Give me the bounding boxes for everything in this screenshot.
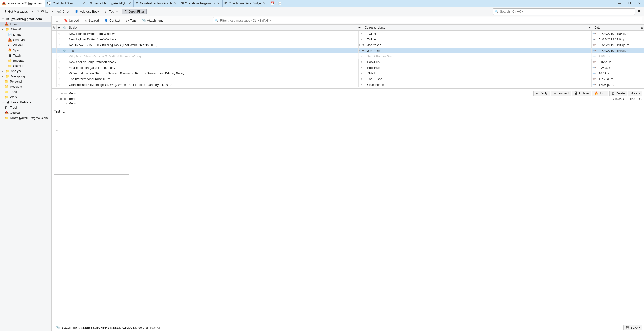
get-messages-button[interactable]: ⬇ Get Messages	[2, 9, 30, 15]
folder-local-trash[interactable]: 🗑 Trash	[0, 105, 51, 110]
col-subject[interactable]: Subject	[67, 25, 356, 31]
tab-deal[interactable]: ✉ New deal on Terry Pratch ✕	[134, 0, 179, 7]
star-icon[interactable]: ☆	[58, 77, 61, 81]
folder-travel[interactable]: 📁 Travel	[0, 89, 51, 94]
col-indicator[interactable]: 👁	[356, 25, 363, 31]
folder-personal[interactable]: 📁 Personal	[0, 79, 51, 84]
star-icon[interactable]: ☆	[58, 72, 61, 75]
close-icon[interactable]: ✕	[217, 2, 220, 5]
message-row[interactable]: ☆New login to Twitter from WindowsTwitte…	[52, 31, 644, 37]
message-row[interactable]: ☆New login to Twitter from WindowsTwitte…	[52, 37, 644, 42]
star-icon[interactable]: ☆	[58, 49, 61, 53]
attachment-name[interactable]: 8BEE833CEC7E44248BBDD7136DCE7A99.png	[81, 326, 148, 329]
col-picker[interactable]: ▦	[640, 25, 644, 31]
search-input[interactable]	[500, 10, 633, 13]
close-icon[interactable]: ✕	[262, 2, 266, 5]
close-icon[interactable]: ✕	[82, 2, 86, 5]
col-read[interactable]: ●	[587, 25, 592, 31]
tab-chat[interactable]: 💬 Chat - NickSom ✕	[45, 0, 88, 7]
folder-outbox[interactable]: 📤 Outbox	[0, 110, 51, 115]
star-icon[interactable]: ☆	[58, 43, 61, 47]
star-icon[interactable]: ☆	[58, 60, 61, 64]
star-icon[interactable]: ☆	[58, 55, 61, 58]
folder-receipts[interactable]: 📁 Receipts	[0, 84, 51, 89]
chevron-right-icon[interactable]: ▸	[1, 70, 4, 72]
message-row[interactable]: ☆Why Most Advice On How To Write A Scare…	[52, 54, 644, 59]
folder-important[interactable]: 📁 Important	[0, 58, 51, 63]
junk-button[interactable]: 🔥Junk	[592, 91, 608, 96]
qf-tags-button[interactable]: 🏷Tags	[123, 18, 139, 23]
message-row[interactable]: ☆New deal on Terry Pratchett ebookBookBu…	[52, 59, 644, 65]
folder-inbox[interactable]: 📥 Inbox	[0, 22, 51, 27]
dropdown-icon[interactable]: ▾	[31, 10, 34, 13]
local-folders-node[interactable]: ▾ 🖥 Local Folders	[0, 100, 51, 105]
star-icon[interactable]: ☆	[74, 92, 76, 95]
dropdown-icon[interactable]: ▾	[51, 10, 54, 13]
more-button[interactable]: More▾	[628, 91, 642, 96]
star-icon[interactable]: ☆	[74, 101, 76, 105]
folder-gmail[interactable]: ▾ 📁 [Gmail]	[0, 27, 51, 32]
global-search[interactable]: 🔍	[493, 8, 635, 15]
archive-button[interactable]: 🗄Archive	[572, 91, 591, 96]
calendar-icon[interactable]: 📅	[270, 1, 276, 6]
qf-contact-button[interactable]: 👤Contact	[102, 18, 122, 23]
chevron-down-icon[interactable]: ▾	[1, 28, 4, 31]
message-row[interactable]: ☆📎Test➡Joe Yaker👓01/23/2019 11:48 p. m.	[52, 48, 644, 54]
star-icon[interactable]: ☆	[58, 83, 61, 87]
star-icon[interactable]: ☆	[58, 66, 61, 70]
star-icon[interactable]: ☆	[58, 32, 61, 36]
reply-button[interactable]: ↩Reply	[534, 91, 550, 96]
folder-all-mail[interactable]: 🗃 All Mail	[0, 42, 51, 48]
folder-local-drafts[interactable]: 📁 Drafts-jyaker24@gmail.com	[0, 115, 51, 120]
col-correspondents[interactable]: Correspondents	[363, 25, 587, 31]
chevron-down-icon[interactable]: ▾	[2, 18, 4, 20]
forward-button[interactable]: →Forward	[551, 91, 571, 96]
tab-ebook[interactable]: ✉ Your ebook bargains for ✕	[179, 0, 222, 7]
folder-spam[interactable]: 🔥 Spam	[0, 48, 51, 53]
chat-button[interactable]: 💬 Chat	[55, 9, 72, 15]
folder-trash[interactable]: 🗑 Trash	[0, 53, 51, 58]
message-row[interactable]: ☆We're updating our Terms of Service, Pa…	[52, 71, 644, 76]
message-row[interactable]: ☆Re: 15 AWESOME Link Building Tools (Tha…	[52, 42, 644, 48]
qf-attachment-button[interactable]: 📎Attachment	[140, 18, 165, 23]
qf-unread-button[interactable]: 🔖Unread	[62, 18, 82, 23]
write-button[interactable]: ✎ Write	[34, 9, 51, 15]
tasks-icon[interactable]: 📋	[277, 1, 283, 6]
delete-button[interactable]: 🗑Delete	[609, 91, 627, 96]
quick-filter-button[interactable]: ⚗ Quick Filter	[122, 9, 147, 15]
folder-drafts[interactable]: 📄 Drafts	[0, 32, 51, 37]
close-icon[interactable]: ✕	[128, 2, 132, 5]
tab-inbox[interactable]: 📥 Inbox - jyaker24@gmail.com	[0, 0, 45, 7]
filter-input[interactable]	[220, 19, 640, 22]
chevron-down-icon[interactable]: ▾	[2, 101, 4, 104]
close-icon[interactable]: ✕	[173, 2, 177, 5]
chevron-right-icon[interactable]: ▸	[1, 75, 4, 78]
col-attachment[interactable]: 📎	[62, 25, 67, 31]
folder-analyze[interactable]: ▸ 📁 Analyze	[0, 68, 51, 74]
star-icon[interactable]: ☆	[58, 38, 61, 41]
filter-messages-search[interactable]: 🔍	[213, 17, 642, 24]
col-star[interactable]: ★	[57, 25, 62, 31]
attachment-preview[interactable]	[54, 125, 130, 175]
tab-test[interactable]: ✉ Test - Inbox - jyaker24@g ✕	[88, 0, 134, 7]
tab-crunchbase[interactable]: ✉ Crunchbase Daily: Bridge ✕	[222, 0, 268, 7]
qf-starred-button[interactable]: ☆Starred	[82, 18, 101, 23]
message-row[interactable]: ☆The brothers Viner raise $37mThe Hustle…	[52, 76, 644, 82]
chevron-right-icon[interactable]: ›	[54, 326, 54, 329]
app-menu-button[interactable]: ≡	[635, 8, 642, 15]
folder-starred[interactable]: 📁 Starred	[0, 63, 51, 68]
col-thread[interactable]: ↳	[52, 25, 57, 31]
message-row[interactable]: ☆Your ebook bargains for ThursdayBookBub…	[52, 65, 644, 71]
tag-button[interactable]: 🏷 Tag ▾	[102, 9, 121, 15]
address-book-button[interactable]: 👤 Address Book	[72, 9, 102, 15]
minimize-button[interactable]: —	[615, 0, 624, 7]
message-row[interactable]: ☆Crunchbase Daily: BridgeBio, Wag, Wheel…	[52, 82, 644, 88]
qf-pin-button[interactable]: ✩	[54, 18, 61, 23]
maximize-button[interactable]: ❐	[625, 0, 634, 7]
account-node[interactable]: ▾ ✉ jyaker24@gmail.com	[0, 16, 51, 22]
close-button[interactable]: ✕	[634, 0, 644, 7]
folder-work[interactable]: 📁 Work	[0, 94, 51, 100]
save-attachment-button[interactable]: 💾 Save ▾	[624, 325, 642, 330]
folder-mailspring[interactable]: ▸ 📁 Mailspring	[0, 74, 51, 79]
col-date[interactable]: Date▴	[592, 25, 640, 31]
